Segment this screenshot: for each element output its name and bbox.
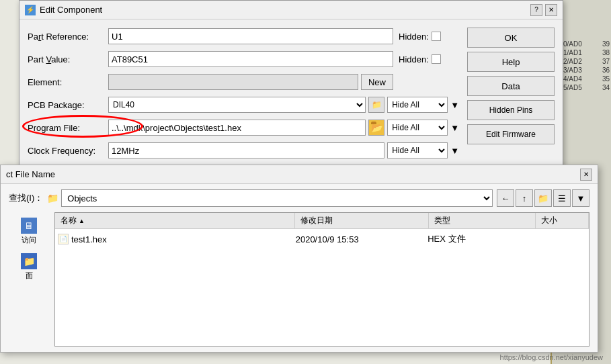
file-type: HEX 文件 [427,233,533,245]
sort-arrow: ▲ [79,218,85,224]
nav-btn-group: ← ↑ 📁 ☰ ▼ [497,189,589,207]
part-value-label: Part Value: [28,54,108,64]
hidden-pins-button[interactable]: Hidden Pins [467,100,555,120]
program-file-row: Program File: 📂 Hide All ▼ [28,119,459,136]
element-row: Element: New Hidden: [28,73,459,91]
file-list-body: 📄 test1.hex 2020/10/9 15:53 HEX 文件 [55,229,589,249]
element-label: Element: [28,77,108,87]
sidebar-item-folder[interactable]: 📁 面 [9,251,49,283]
hidden-checkbox-1[interactable] [432,32,441,41]
sidebar-item-computer[interactable]: 🖥 访问 [9,215,49,248]
program-file-input[interactable] [108,120,366,136]
dialog-question-btn[interactable]: ? [530,4,542,16]
nav-new-folder-btn[interactable]: 📁 [534,189,552,207]
clock-frequency-input[interactable] [108,142,384,158]
clock-frequency-row: Clock Frequency: Hide All ▼ [28,142,459,159]
pcb-pin-val-4: 35 [602,75,610,83]
col-size-header[interactable]: 大小 [536,213,589,228]
table-row[interactable]: 📄 test1.hex 2020/10/9 15:53 HEX 文件 [55,232,589,246]
pcb-pin-val-2: 37 [602,58,610,65]
edit-component-title: Edit Component [40,5,102,15]
col-name-header[interactable]: 名称 ▲ [55,213,295,228]
ok-button[interactable]: OK [467,28,555,48]
part-value-row: Part Value: Hidden: [28,50,459,68]
file-location-row: 查找(I)： 📁 Objects ← ↑ 📁 ☰ ▼ [9,189,589,207]
part-reference-label: Part Reference: [28,32,108,42]
program-file-label: Program File: [28,123,108,133]
file-dialog-title: ct File Name [6,169,55,179]
sidebar-item-label-1: 面 [26,271,33,281]
nav-up-btn[interactable]: ↑ [516,189,533,207]
part-reference-input[interactable] [108,28,393,44]
pcb-pin-val-3: 36 [602,66,610,74]
clock-frequency-label: Clock Frequency: [28,146,108,156]
computer-icon: 🖥 [21,218,37,234]
file-dialog-close-btn[interactable]: ✕ [580,169,592,181]
col-date-header[interactable]: 修改日期 [295,213,429,228]
data-button[interactable]: Data [467,76,555,96]
hidden-checkbox-2[interactable] [432,54,441,64]
edit-component-titlebar: ⚡ Edit Component ? ✕ [19,1,563,19]
watermark: https://blog.csdn.net/xianyudew [500,353,603,361]
pcb-package-row: PCB Package: DIL40 📁 Hide All ▼ [28,96,459,113]
program-file-dropdown-arrow: ▼ [450,123,459,133]
sidebar-item-label-0: 访问 [22,235,36,245]
pcb-package-label: PCB Package: [28,100,108,110]
pcb-pin-val-5: 34 [602,84,610,91]
dialog-right-buttons: OK Help Data Hidden Pins Edit Firmware [467,28,555,165]
pcb-package-select[interactable]: DIL40 [108,97,366,113]
program-file-browse-btn[interactable]: 📂 [368,120,384,136]
element-input[interactable] [108,74,358,90]
pcb-package-browse-btn[interactable]: 📁 [368,97,384,113]
nav-back-btn[interactable]: ← [497,189,514,207]
clock-frequency-hide-select[interactable]: Hide All [387,142,448,158]
file-icon: 📄 [58,234,69,244]
nav-dropdown-btn[interactable]: ▼ [572,189,589,207]
file-dialog: ct File Name ✕ 查找(I)： 📁 Objects ← ↑ 📁 ☰ … [0,165,598,353]
dialog-title-icon: ⚡ [25,5,36,15]
location-label: 查找(I)： [9,192,43,204]
location-select[interactable]: Objects [61,189,493,207]
file-date: 2020/10/9 15:53 [296,234,428,244]
folder-icon: 📁 [21,253,37,269]
file-content-area: 🖥 访问 📁 面 名称 ▲ 修改日期 类型 大小 [9,212,589,347]
file-name: test1.hex [71,234,107,244]
hidden-label-2: Hidden: [399,54,429,64]
new-button[interactable]: New [361,74,393,90]
part-reference-row: Part Reference: Hidden: [28,28,459,45]
dialog-close-btn[interactable]: ✕ [545,4,557,16]
edit-firmware-button[interactable]: Edit Firmware [467,124,555,144]
file-dialog-titlebar: ct File Name ✕ [1,165,598,184]
pcb-pin-val-1: 38 [602,49,610,56]
help-button[interactable]: Help [467,52,555,72]
file-sidebar: 🖥 访问 📁 面 [9,212,49,347]
pcb-package-hide-select[interactable]: Hide All [387,97,448,113]
nav-view-btn[interactable]: ☰ [553,189,571,207]
clock-frequency-dropdown-arrow: ▼ [450,146,459,156]
pcb-pin-val-0: 39 [602,40,610,48]
edit-component-dialog: ⚡ Edit Component ? ✕ Part Reference: Hid… [19,0,563,173]
pcb-package-dropdown-arrow: ▼ [450,100,459,110]
col-type-header[interactable]: 类型 [429,213,536,228]
part-value-input[interactable] [108,51,393,67]
file-list-area: 名称 ▲ 修改日期 类型 大小 📄 test1.hex 2020/10/9 15… [54,212,589,347]
hidden-label-1: Hidden: [399,32,429,42]
program-file-hide-select[interactable]: Hide All [387,120,448,136]
file-list-header: 名称 ▲ 修改日期 类型 大小 [55,213,589,229]
